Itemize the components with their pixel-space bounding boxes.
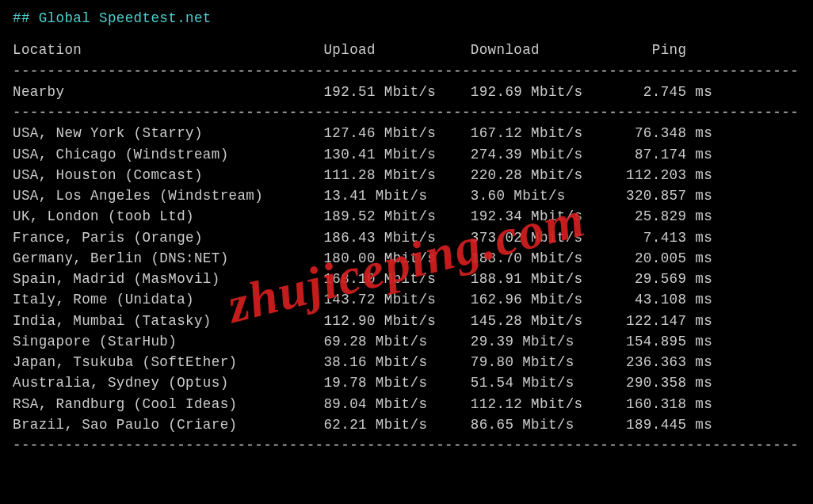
table-row: Germany, Berlin (DNS:NET) 180.00 Mbit/s … (13, 248, 800, 269)
table-row: Australia, Sydney (Optus) 19.78 Mbit/s 5… (13, 372, 800, 393)
table-header: Location Upload Download Ping (13, 40, 800, 60)
table-row: RSA, Randburg (Cool Ideas) 89.04 Mbit/s … (13, 394, 800, 414)
page-title: ## Global Speedtest.net (13, 8, 800, 29)
table-row: Italy, Rome (Unidata) 143.72 Mbit/s 162.… (13, 289, 800, 310)
table-row: Singapore (StarHub) 69.28 Mbit/s 29.39 M… (13, 331, 800, 352)
table-row: India, Mumbai (Tatasky) 112.90 Mbit/s 14… (13, 311, 800, 331)
table-row: USA, New York (Starry) 127.46 Mbit/s 167… (13, 123, 800, 143)
table-row: USA, Houston (Comcast) 111.28 Mbit/s 220… (13, 165, 800, 185)
divider: ----------------------------------------… (13, 435, 800, 456)
table-row: USA, Los Angeles (Windstream) 13.41 Mbit… (13, 185, 800, 206)
table-row: UK, London (toob Ltd) 189.52 Mbit/s 192.… (13, 206, 800, 227)
table-row: Spain, Madrid (MasMovil) 168.10 Mbit/s 1… (13, 269, 800, 289)
table-row: Japan, Tsukuba (SoftEther) 38.16 Mbit/s … (13, 352, 800, 372)
table-row: Brazil, Sao Paulo (Criare) 62.21 Mbit/s … (13, 414, 800, 435)
nearby-row: Nearby 192.51 Mbit/s 192.69 Mbit/s 2.745… (13, 82, 800, 102)
divider: ----------------------------------------… (13, 102, 800, 123)
table-row: USA, Chicago (Windstream) 130.41 Mbit/s … (13, 144, 800, 165)
divider: ----------------------------------------… (13, 61, 800, 82)
table-row: France, Paris (Orange) 186.43 Mbit/s 373… (13, 227, 800, 248)
